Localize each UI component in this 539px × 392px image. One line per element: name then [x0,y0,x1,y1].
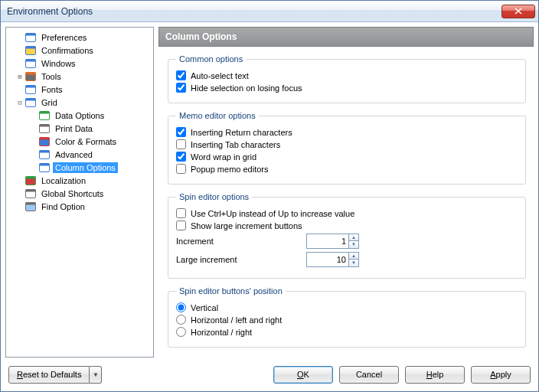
tree-item-label: Global Shortcuts [39,188,106,199]
windows-icon [24,57,37,70]
chk-word-wrap-input[interactable] [176,152,186,162]
group-position: Spin editor buttons' position VerticalHo… [168,286,526,348]
tree-item-print-data[interactable]: Print Data [6,122,153,135]
svg-rect-1 [26,33,36,35]
svg-rect-5 [26,59,36,61]
tree-item-tools[interactable]: ⊞Tools [6,70,153,83]
chk-ctrl-up[interactable]: Use Ctrl+Up instead of Up to increase va… [176,208,518,218]
chk-popup-input[interactable] [176,164,186,174]
tree-item-label: Find Option [39,201,87,212]
chevron-up-icon[interactable]: ▲ [348,252,359,260]
reset-split-button[interactable]: Reset to Defaults ▼ [8,366,102,384]
chk-hide-selection[interactable]: Hide selection on losing focus [176,83,518,93]
tree-item-data-options[interactable]: Data Options [6,109,153,122]
svg-rect-3 [26,46,36,48]
tree-item-label: Data Options [53,110,106,121]
help-button[interactable]: Help [405,366,465,384]
adv-icon [38,149,51,161]
tools-icon [24,70,37,83]
tree-item-localization[interactable]: Localization [6,174,153,187]
tree-item-grid[interactable]: ⊟Grid [6,96,153,109]
radio-position-2[interactable]: Horizontal / right [176,327,518,337]
color-icon [38,136,51,148]
data-icon [38,109,51,122]
tree-item-confirmations[interactable]: Confirmations [6,44,153,57]
pane-title: Column Options [158,27,534,47]
svg-rect-27 [26,202,36,204]
group-spin: Spin editor options Use Ctrl+Up instead … [168,192,526,279]
fonts-icon [24,83,37,96]
svg-rect-17 [40,137,50,139]
tree-item-label: Print Data [53,123,95,134]
close-button[interactable] [501,5,535,18]
chk-hide-selection-label: Hide selection on losing focus [191,83,302,93]
tree-item-advanced[interactable]: Advanced [6,148,153,161]
group-memo: Memo editor options Inserting Return cha… [168,111,526,185]
tree-item-column-options[interactable]: Column Options [6,161,153,174]
chk-ins-return-input[interactable] [176,127,186,137]
tree-item-preferences[interactable]: Preferences [6,31,153,44]
chk-large-btns-input[interactable] [176,220,186,230]
group-spin-legend: Spin editor options [176,192,252,201]
chk-auto-select[interactable]: Auto-select text [176,70,518,80]
ok-button[interactable]: OK [273,366,333,384]
svg-rect-9 [26,85,36,87]
tree-item-label: Column Options [53,162,118,173]
input-large-increment[interactable] [306,252,349,267]
chk-ctrl-up-input[interactable] [176,208,186,218]
spinner-increment[interactable]: ▲▼ [348,234,359,249]
tree-item-label: Confirmations [39,45,96,56]
chk-ins-tab[interactable]: Inserting Tab characters [176,139,518,149]
tree-item-windows[interactable]: Windows [6,57,153,70]
cancel-button[interactable]: Cancel [339,366,399,384]
local-icon [24,175,37,187]
radio-position-1-input[interactable] [176,315,186,325]
group-memo-legend: Memo editor options [176,111,259,120]
group-position-legend: Spin editor buttons' position [176,286,286,296]
chevron-down-icon[interactable]: ▼ [348,260,359,267]
spinner-large-increment[interactable]: ▲▼ [348,252,359,267]
reset-button[interactable]: Reset to Defaults [8,366,90,384]
col-icon [38,162,51,174]
twisty-icon[interactable]: ⊟ [15,99,24,106]
window-title: Environment Options [7,6,501,17]
input-increment[interactable] [306,234,349,249]
titlebar: Environment Options [1,1,538,22]
group-common-legend: Common options [176,54,246,64]
reset-dropdown-button[interactable]: ▼ [90,366,102,384]
chk-hide-selection-input[interactable] [176,83,186,93]
radio-position-2-input[interactable] [176,327,186,337]
tree-item-label: Advanced [53,149,95,160]
tree-item-label: Preferences [39,32,89,43]
svg-rect-23 [26,176,36,178]
chevron-up-icon[interactable]: ▲ [348,234,359,241]
footer: Reset to Defaults ▼ OK Cancel Help Apply [1,358,538,391]
tree-item-global-shortcuts[interactable]: Global Shortcuts [6,187,153,200]
svg-rect-15 [40,124,50,126]
svg-rect-21 [40,163,50,165]
tree-item-find-option[interactable]: Find Option [6,200,153,213]
tree-item-fonts[interactable]: Fonts [6,83,153,96]
radio-position-0-input[interactable] [176,302,186,312]
nav-tree[interactable]: PreferencesConfirmationsWindows⊞ToolsFon… [5,27,154,358]
apply-button[interactable]: Apply [471,366,531,384]
radio-position-1[interactable]: Horizontal / left and right [176,315,518,325]
prefs-icon [24,31,37,44]
chk-popup[interactable]: Popup memo editors [176,164,518,174]
svg-rect-19 [40,150,50,152]
chk-word-wrap[interactable]: Word wrap in grid [176,152,518,162]
right-pane: Column Options Common options Auto-selec… [158,27,534,358]
group-common: Common options Auto-select text Hide sel… [168,54,526,103]
tree-item-color-formats[interactable]: Color & Formats [6,135,153,148]
row-increment: Increment ▲▼ [176,234,518,249]
chk-auto-select-input[interactable] [176,70,186,80]
find-icon [24,201,37,213]
radio-position-0[interactable]: Vertical [176,302,518,312]
chk-ins-tab-input[interactable] [176,139,186,149]
chevron-down-icon[interactable]: ▼ [348,241,359,249]
twisty-icon[interactable]: ⊞ [15,73,24,80]
short-icon [24,188,37,200]
row-large-increment: Large increment ▲▼ [176,252,518,267]
chk-large-btns[interactable]: Show large increment buttons [176,220,518,230]
chk-ins-return[interactable]: Inserting Return characters [176,127,518,137]
